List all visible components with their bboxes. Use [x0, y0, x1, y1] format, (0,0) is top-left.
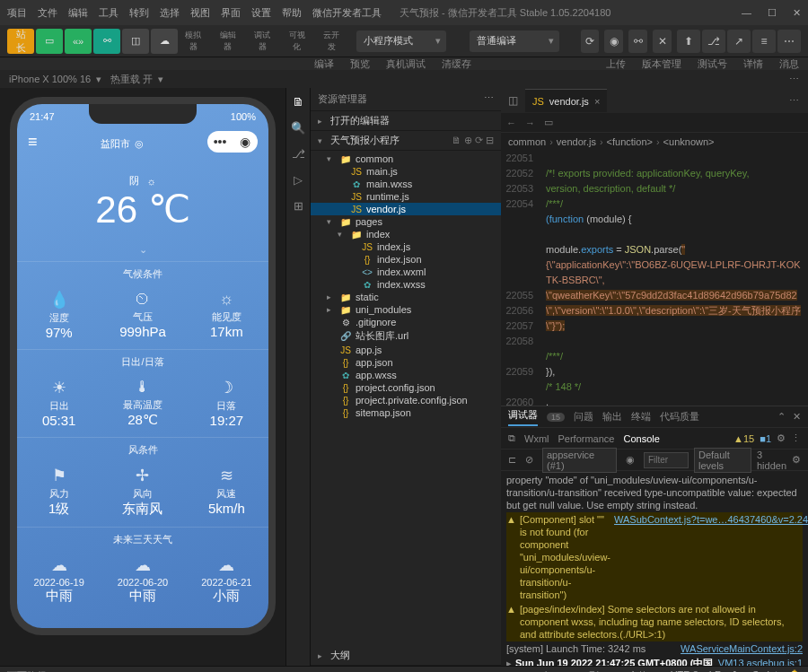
- filter-input[interactable]: [644, 452, 689, 468]
- tree-runtime.js[interactable]: JSruntime.js: [311, 190, 501, 203]
- bell-icon[interactable]: 🔔: [788, 669, 801, 673]
- tab-problems[interactable]: 问题: [574, 410, 593, 423]
- menu-工具[interactable]: 工具: [99, 6, 119, 20]
- split-icon[interactable]: ◫: [505, 94, 522, 107]
- open-editors[interactable]: ▸打开的编辑器: [311, 111, 501, 131]
- elements-icon[interactable]: ⧉: [508, 432, 515, 444]
- more-icon[interactable]: •••: [207, 131, 233, 153]
- tree-project.private.config.json[interactable]: {}project.private.config.json: [311, 394, 501, 406]
- cloud-button[interactable]: ☁: [151, 29, 178, 54]
- sun-icon: ☼: [146, 176, 155, 187]
- tab-more-icon[interactable]: ⋯: [784, 95, 804, 107]
- ext-icon[interactable]: ⊞: [294, 199, 303, 213]
- simulator-button[interactable]: ▭: [36, 29, 63, 54]
- panel-close-icon[interactable]: ✕: [793, 411, 801, 423]
- msg-icon[interactable]: ⋯: [777, 30, 801, 53]
- menu-界面[interactable]: 界面: [221, 6, 241, 20]
- details-icon[interactable]: ≡: [752, 30, 776, 53]
- tree-index[interactable]: ▾📁index: [311, 228, 501, 240]
- tree-project.config.json[interactable]: {}project.config.json: [311, 381, 501, 394]
- tree-common[interactable]: ▾📁common: [311, 153, 501, 165]
- context-select[interactable]: appservice (#1): [542, 448, 617, 473]
- realdebug-icon[interactable]: ⚯: [628, 30, 647, 53]
- editor-button[interactable]: «»: [65, 29, 92, 54]
- code-area[interactable]: 2205122052220532205422055220562205722058…: [501, 151, 808, 406]
- console-line: [system] Launch Time: 3242 msWAServiceMa…: [506, 641, 803, 656]
- eye-icon[interactable]: ◉: [626, 454, 635, 466]
- tree-vendor.js[interactable]: JSvendor.js: [311, 203, 501, 215]
- back-icon[interactable]: ←: [506, 118, 516, 128]
- editor-tabs: ◫ JSvendor.js× ⋯: [501, 88, 808, 113]
- menu-微信开发者工具[interactable]: 微信开发者工具: [312, 6, 382, 20]
- location-icon[interactable]: ◎: [135, 138, 144, 149]
- menu-文件[interactable]: 文件: [38, 6, 57, 20]
- tree-uni_modules[interactable]: ▸📁uni_modules: [311, 303, 501, 316]
- tree-app.wxss[interactable]: ✿app.wxss: [311, 369, 501, 381]
- debug-icon[interactable]: ▷: [294, 173, 303, 187]
- clear-console-icon[interactable]: ⊘: [525, 454, 533, 466]
- test-icon[interactable]: ↗: [727, 30, 751, 53]
- levels-select[interactable]: Default levels: [694, 448, 751, 473]
- menu-编辑[interactable]: 编辑: [68, 6, 88, 20]
- gear-icon[interactable]: ⚙: [777, 432, 786, 444]
- menu-视图[interactable]: 视图: [190, 6, 210, 20]
- status-bar: 页面路径▾ pages/index/index ⧉ ⊘ ⊕ 行 22054, 列…: [0, 666, 808, 672]
- maximize-icon[interactable]: ☐: [768, 7, 777, 19]
- console-line: ▲[pages/index/index] Some selectors are …: [506, 602, 803, 641]
- device-bar: iPhone X 100% 16▾ 热重载 开▾ ⋯: [0, 70, 808, 88]
- menu-转到[interactable]: 转到: [129, 6, 149, 20]
- project-root[interactable]: ▾天气预报小程序🗎 ⊕ ⟳ ⊟: [311, 131, 501, 151]
- version-icon[interactable]: ⎇: [702, 30, 725, 53]
- tree-app.js[interactable]: JSapp.js: [311, 344, 501, 356]
- tree-index.js[interactable]: JSindex.js: [311, 240, 501, 253]
- menu-选择[interactable]: 选择: [160, 6, 180, 20]
- compile-select[interactable]: 普通编译: [470, 31, 559, 52]
- top-icon[interactable]: ⊏: [508, 454, 516, 466]
- upload-icon[interactable]: ⬆: [677, 30, 700, 53]
- tree-pages[interactable]: ▾📁pages: [311, 215, 501, 228]
- tree-main.wxss[interactable]: ✿main.wxss: [311, 178, 501, 190]
- search-icon[interactable]: 🔍: [291, 121, 305, 135]
- close-icon[interactable]: ✕: [793, 7, 801, 19]
- menu-设置[interactable]: 设置: [251, 6, 271, 20]
- compile-icon[interactable]: ⟳: [581, 30, 600, 53]
- tab-output[interactable]: 输出: [602, 410, 622, 423]
- git-icon[interactable]: ⎇: [292, 147, 305, 161]
- chevron-down-icon[interactable]: ⌄: [17, 239, 268, 261]
- tree-.gitignore[interactable]: ⚙.gitignore: [311, 316, 501, 328]
- menu-icon[interactable]: ≡: [28, 133, 38, 152]
- tree-index.wxss[interactable]: ✿index.wxss: [311, 278, 501, 291]
- bookmark-icon[interactable]: ▭: [544, 117, 553, 128]
- console-gear-icon[interactable]: ⚙: [792, 454, 801, 466]
- tab-terminal[interactable]: 终端: [631, 410, 651, 423]
- console-line: property "mode" of "uni_modules/uview-ui…: [506, 473, 803, 512]
- tab-wxml[interactable]: Wxml: [524, 433, 549, 444]
- preview-icon[interactable]: ◉: [604, 30, 623, 53]
- tab-perf[interactable]: Performance: [558, 433, 615, 444]
- phone-frame[interactable]: 21:47100% ≡ 益阳市 ◎ •••◉ 阴☼ 26 ℃ ⌄ 气候条件💧湿度…: [10, 97, 276, 635]
- menu-项目[interactable]: 项目: [7, 6, 27, 20]
- tab-debugger[interactable]: 调试器: [508, 408, 538, 426]
- tree-app.json[interactable]: {}app.json: [311, 356, 501, 369]
- tree-static[interactable]: ▸📁static: [311, 291, 501, 303]
- tree-index.wxml[interactable]: <>index.wxml: [311, 266, 501, 278]
- logo-button[interactable]: 站长: [7, 29, 34, 54]
- visual-button[interactable]: ◫: [122, 29, 149, 54]
- minimize-icon[interactable]: —: [742, 7, 751, 19]
- tab-console[interactable]: Console: [623, 433, 659, 444]
- target-icon[interactable]: ◉: [233, 131, 258, 153]
- explorer-icon[interactable]: 🗎: [293, 95, 304, 109]
- tree-站长图库.url[interactable]: 🔗站长图库.url: [311, 328, 501, 344]
- tree-index.json[interactable]: {}index.json: [311, 253, 501, 266]
- tree-main.js[interactable]: JSmain.js: [311, 165, 501, 178]
- breadcrumb[interactable]: common›vendor.js›<function>›<unknown>: [501, 133, 808, 151]
- tab-vendor-js[interactable]: JSvendor.js×: [525, 89, 607, 112]
- mode-select[interactable]: 小程序模式: [356, 31, 446, 52]
- tree-sitemap.json[interactable]: {}sitemap.json: [311, 406, 501, 419]
- debugger-button[interactable]: ⚯: [93, 29, 120, 54]
- device-select[interactable]: iPhone X 100% 16: [9, 74, 91, 84]
- tab-quality[interactable]: 代码质量: [660, 410, 699, 423]
- clear-icon[interactable]: ✕: [653, 30, 672, 53]
- menu-帮助[interactable]: 帮助: [282, 6, 302, 20]
- fwd-icon[interactable]: →: [525, 118, 535, 128]
